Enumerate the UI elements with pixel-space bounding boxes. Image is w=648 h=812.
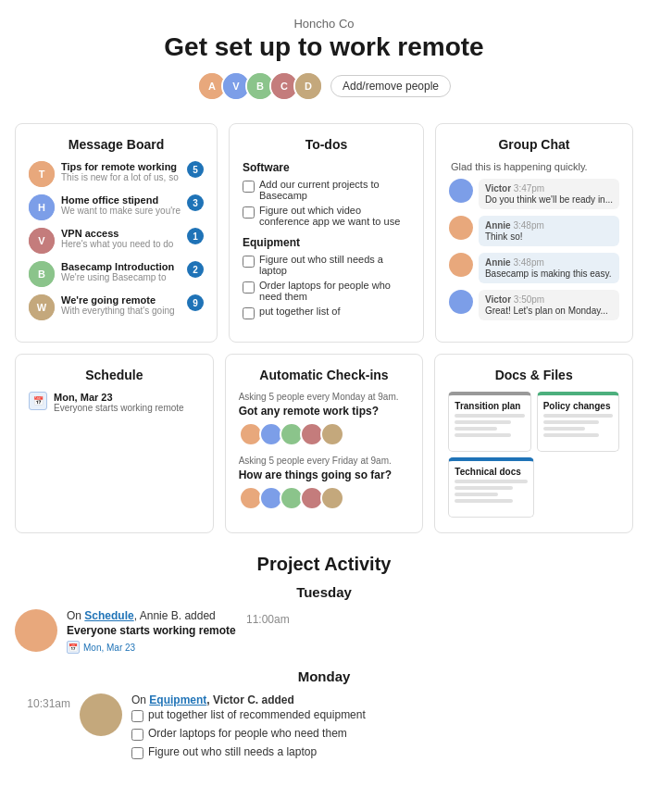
activity-desc: On Equipment, Victor C. added bbox=[131, 693, 633, 706]
doc-line bbox=[455, 427, 496, 431]
checkin-avatar bbox=[320, 486, 344, 510]
todo-item: Add our current projects to Basecamp bbox=[243, 179, 410, 201]
todos-card: To-dos Software Add our current projects… bbox=[229, 123, 424, 343]
activity-time: 10:31am bbox=[15, 693, 80, 710]
add-people-button[interactable]: Add/remove people bbox=[330, 75, 451, 97]
chat-text: Great! Let's plan on Monday... bbox=[485, 306, 613, 316]
msg-sub: Here's what you need to do bbox=[61, 239, 181, 249]
activity-avatar bbox=[80, 693, 122, 736]
activity-todos: put together list of recommended equipme… bbox=[131, 708, 633, 759]
chat-item: Victor 3:47pm Do you think we'll be read… bbox=[449, 179, 619, 209]
chat-avatar bbox=[449, 216, 473, 240]
checkin-avatars bbox=[239, 422, 410, 446]
msg-title: Basecamp Introduction bbox=[61, 261, 181, 272]
doc-line bbox=[455, 420, 510, 424]
activity-time: 11:00am bbox=[246, 609, 311, 626]
checkin-label: Asking 5 people every Monday at 9am. bbox=[239, 392, 410, 402]
todo-group: Software Add our current projects to Bas… bbox=[243, 161, 410, 227]
todo-section-title: Equipment bbox=[243, 236, 410, 249]
doc-card[interactable]: Transition plan bbox=[448, 392, 530, 452]
doc-line bbox=[543, 420, 599, 424]
chat-bubble: Victor 3:47pm Do you think we'll be read… bbox=[479, 179, 619, 209]
todo-checkbox[interactable] bbox=[243, 181, 255, 193]
todo-checkbox[interactable] bbox=[243, 307, 255, 319]
msg-sub: We want to make sure you're bbox=[61, 206, 181, 216]
msg-sub: With everything that's going bbox=[61, 306, 181, 316]
todo-checkbox[interactable] bbox=[131, 729, 143, 741]
activity-days: Tuesday On Schedule, Annie B. added Ever… bbox=[15, 584, 633, 764]
activity-desc: On Schedule, Annie B. added bbox=[67, 609, 246, 622]
chat-text: Do you think we'll be ready in... bbox=[485, 194, 613, 205]
chat-item: Annie 3:48pm Basecamp is making this eas… bbox=[449, 253, 619, 283]
chat-text: Think so! bbox=[485, 231, 613, 242]
chat-first: Glad this is happening quickly. bbox=[449, 161, 619, 172]
message-board-item[interactable]: H Home office stipend We want to make su… bbox=[29, 194, 204, 220]
doc-title: Policy changes bbox=[543, 401, 613, 411]
chat-bubble: Victor 3:50pm Great! Let's plan on Monda… bbox=[479, 290, 619, 320]
doc-lines bbox=[543, 414, 613, 437]
chat-item: Annie 3:48pm Think so! bbox=[449, 216, 619, 246]
checkins-card: Automatic Check-ins Asking 5 people ever… bbox=[225, 354, 424, 533]
message-board-item[interactable]: B Basecamp Introduction We're using Base… bbox=[29, 261, 204, 287]
checkins-title: Automatic Check-ins bbox=[239, 368, 410, 382]
avatar: D bbox=[293, 71, 323, 101]
doc-card[interactable]: Policy changes bbox=[537, 392, 619, 452]
doc-line bbox=[455, 414, 524, 418]
doc-lines bbox=[455, 480, 527, 503]
doc-card[interactable]: Technical docs bbox=[448, 457, 533, 518]
todo-label: put together list of bbox=[259, 306, 340, 317]
todo-text: Order laptops for people who need them bbox=[148, 727, 347, 740]
msg-badge: 2 bbox=[187, 261, 204, 278]
todo-item: Figure out which video conference app we… bbox=[243, 205, 410, 227]
todo-checkbox[interactable] bbox=[243, 206, 255, 219]
chat-bubble: Annie 3:48pm Think so! bbox=[479, 216, 619, 246]
msg-avatar: W bbox=[29, 294, 55, 320]
todos-title: To-dos bbox=[243, 137, 410, 152]
message-board-item[interactable]: V VPN access Here's what you need to do … bbox=[29, 228, 204, 254]
calendar-icon: 📅 bbox=[67, 641, 80, 654]
activity-link[interactable]: Schedule bbox=[84, 609, 133, 622]
todo-checkbox[interactable] bbox=[131, 747, 143, 759]
chat-bubble: Annie 3:48pm Basecamp is making this eas… bbox=[479, 253, 619, 283]
page-header: Honcho Co Get set up to work remote AVBC… bbox=[0, 0, 648, 123]
activity-row: 10:31am On Equipment, Victor C. added pu… bbox=[15, 693, 633, 764]
msg-sub: This is new for a lot of us, so bbox=[61, 172, 181, 182]
todo-item: Order laptops for people who need them bbox=[243, 280, 410, 302]
todo-checkbox[interactable] bbox=[243, 281, 255, 294]
docs-grid: Transition plan Policy changes Technical… bbox=[448, 392, 619, 518]
schedule-item: 📅 Mon, Mar 23 Everyone starts working re… bbox=[29, 392, 200, 413]
msg-content: Basecamp Introduction We're using Baseca… bbox=[61, 261, 181, 282]
avatar-group: AVBCD bbox=[197, 71, 323, 101]
todo-text: put together list of recommended equipme… bbox=[148, 708, 366, 721]
msg-avatar: B bbox=[29, 261, 55, 287]
msg-badge: 5 bbox=[187, 161, 204, 178]
activity-link[interactable]: Equipment bbox=[149, 693, 206, 706]
todo-label: Add our current projects to Basecamp bbox=[259, 179, 410, 201]
doc-title: Technical docs bbox=[455, 467, 527, 477]
activity-left: On Schedule, Annie B. added Everyone sta… bbox=[15, 609, 246, 654]
msg-content: VPN access Here's what you need to do bbox=[61, 228, 181, 249]
todo-small-item: Figure out who still needs a laptop bbox=[131, 745, 633, 759]
schedule-badge: 📅 Mon, Mar 23 bbox=[67, 641, 246, 654]
todo-checkbox[interactable] bbox=[131, 710, 143, 722]
message-board-item[interactable]: W We're going remote With everything tha… bbox=[29, 294, 204, 320]
message-board-item[interactable]: T Tips for remote working This is new fo… bbox=[29, 161, 204, 187]
day-section: Monday 10:31am On Equipment, Victor C. a… bbox=[15, 668, 633, 764]
day-label: Tuesday bbox=[15, 584, 633, 600]
chat-avatar bbox=[449, 290, 473, 314]
msg-content: Home office stipend We want to make sure… bbox=[61, 194, 181, 216]
todo-text: Figure out who still needs a laptop bbox=[148, 745, 317, 758]
todo-group: Equipment Figure out who still needs a l… bbox=[243, 236, 410, 319]
chat-messages: Glad this is happening quickly. Victor 3… bbox=[449, 161, 619, 320]
checkin-question: How are things going so far? bbox=[239, 468, 410, 481]
doc-line bbox=[543, 414, 613, 418]
msg-badge: 1 bbox=[187, 228, 204, 244]
docs-title: Docs & Files bbox=[448, 368, 619, 382]
group-chat-title: Group Chat bbox=[449, 137, 619, 152]
todo-checkbox[interactable] bbox=[243, 256, 255, 268]
todo-small-item: put together list of recommended equipme… bbox=[131, 708, 633, 722]
chat-meta: Annie 3:48pm bbox=[485, 257, 613, 268]
schedule-title: Schedule bbox=[29, 368, 200, 382]
doc-lines bbox=[455, 414, 524, 437]
checkin-groups: Asking 5 people every Monday at 9am. Got… bbox=[239, 392, 410, 510]
